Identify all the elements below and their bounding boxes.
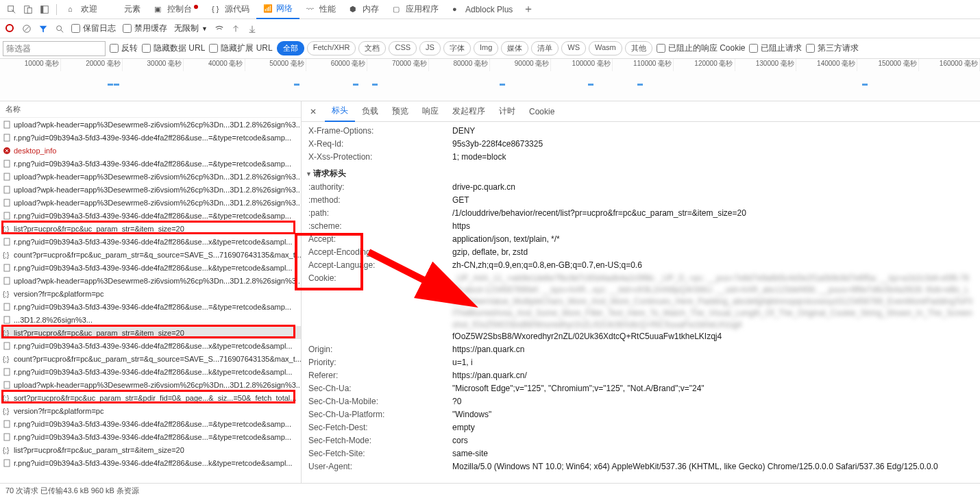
third-party-checkbox[interactable]: 第三方请求 [806, 42, 859, 54]
request-row[interactable]: upload?wpk-header=app%3Desewrme8-zi6vsio… [0, 183, 301, 196]
request-row[interactable]: r.png?uid=09b394a3-5fd3-439e-9346-dde4fa… [0, 430, 301, 443]
filter-CSS[interactable]: CSS [389, 41, 417, 55]
request-row[interactable]: r.png?uid=09b394a3-5fd3-439e-9346-dde4fa… [0, 131, 301, 144]
svg-rect-4 [41, 5, 44, 13]
filter-WS[interactable]: WS [561, 41, 586, 55]
request-row[interactable]: upload?wpk-header=app%3Desewrme8-zi6vsio… [0, 118, 301, 131]
request-type-icon [3, 381, 11, 389]
throttle-select[interactable]: 无限制 ▼ [174, 23, 208, 34]
dock-icon[interactable] [40, 5, 49, 14]
request-row[interactable]: {;}version?fr=pc&platform=pc [0, 404, 301, 417]
filter-全部[interactable]: 全部 [277, 41, 304, 55]
request-row[interactable]: ...3D1.2.8%26sign%3... [0, 313, 301, 326]
blocked-cookie-checkbox[interactable]: 已阻止的响应 Cookie [657, 42, 746, 54]
disable-cache-checkbox[interactable]: 禁用缓存 [123, 23, 167, 34]
request-type-icon [3, 264, 11, 272]
request-row[interactable]: upload?wpk-header=app%3Desewrme8-zi6vsio… [0, 274, 301, 287]
response-header-row: X-Frame-Options:DENY [302, 125, 980, 138]
request-row[interactable]: {;}count?pr=ucpro&fr=pc&uc_param_str=&q_… [0, 248, 301, 261]
tab-home[interactable]: ⌂欢迎 [61, 0, 104, 19]
name-column-header[interactable]: 名称 [0, 101, 301, 118]
device-icon[interactable] [23, 5, 33, 14]
upload-icon[interactable] [231, 24, 241, 34]
request-row[interactable]: desktop_info [0, 144, 301, 157]
filter-清单[interactable]: 清单 [531, 41, 559, 55]
tab-sources[interactable]: { }源代码 [205, 0, 256, 19]
detail-tab-4[interactable]: 发起程序 [445, 101, 492, 122]
filter-其他[interactable]: 其他 [625, 41, 652, 55]
download-icon[interactable] [247, 24, 257, 34]
request-type-icon [3, 121, 11, 129]
app-icon: ▢ [393, 5, 402, 14]
tab-adblock[interactable]: ●Adblock Plus [445, 0, 519, 19]
request-row[interactable]: r.png?uid=09b394a3-5fd3-439e-9346-dde4fa… [0, 339, 301, 352]
detail-tab-6[interactable]: Cookie [522, 101, 561, 122]
request-header-row: Sec-Fetch-Mode:cors [302, 434, 980, 447]
detail-tab-2[interactable]: 预览 [385, 101, 415, 122]
request-row[interactable]: {;}list?pr=ucpro&fr=pc&uc_param_str=&ite… [0, 443, 301, 456]
request-row[interactable]: upload?wpk-header=app%3Desewrme8-zi6vsio… [0, 378, 301, 391]
request-row[interactable]: upload?wpk-header=app%3Desewrme8-zi6vsio… [0, 170, 301, 183]
request-row[interactable]: r.png?uid=09b394a3-5fd3-439e-9346-dde4fa… [0, 365, 301, 378]
request-row[interactable]: r.png?uid=09b394a3-5fd3-439e-9346-dde4fa… [0, 300, 301, 313]
hide-data-url-checkbox[interactable]: 隐藏数据 URL [142, 42, 205, 54]
request-header-row: Sec-Ch-Ua-Platform:"Windows" [302, 408, 980, 421]
request-row[interactable]: r.png?uid=09b394a3-5fd3-439e-9346-dde4fa… [0, 235, 301, 248]
filter-媒体[interactable]: 媒体 [501, 41, 528, 55]
detail-tab-0[interactable]: 标头 [325, 101, 355, 122]
filter-文档[interactable]: 文档 [358, 41, 386, 55]
add-tab-icon[interactable]: ＋ [524, 5, 533, 14]
request-list[interactable]: upload?wpk-header=app%3Desewrme8-zi6vsio… [0, 118, 301, 483]
request-row[interactable]: {;}version?fr=pc&platform=pc [0, 287, 301, 300]
request-row[interactable]: {;}sort?pr=ucpro&fr=pc&uc_param_str=&pdi… [0, 391, 301, 404]
wifi-icon[interactable] [215, 24, 224, 34]
request-headers-section[interactable]: 请求标头 [302, 164, 980, 181]
request-row[interactable]: r.png?uid=09b394a3-5fd3-439e-9346-dde4fa… [0, 209, 301, 222]
record-icon[interactable] [5, 24, 15, 34]
inspect-icon[interactable] [7, 5, 16, 14]
request-row[interactable]: r.png?uid=09b394a3-5fd3-439e-9346-dde4fa… [0, 456, 301, 469]
filter-Img[interactable]: Img [474, 41, 498, 55]
filter-toggle-icon[interactable] [38, 24, 48, 34]
tab-perf[interactable]: 〰性能 [299, 0, 343, 19]
preserve-log-checkbox[interactable]: 保留日志 [71, 23, 116, 34]
detail-tab-1[interactable]: 负载 [355, 101, 385, 122]
blocked-req-checkbox[interactable]: 已阻止请求 [749, 42, 802, 54]
svg-rect-7 [4, 121, 10, 128]
close-detail-icon[interactable]: ✕ [304, 107, 322, 116]
request-row[interactable]: {;}count?pr=ucpro&fr=pc&uc_param_str=&q_… [0, 352, 301, 365]
invert-checkbox[interactable]: 反转 [110, 42, 138, 54]
tab-console[interactable]: ▣控制台 [147, 0, 205, 19]
request-row[interactable]: {;}list?pr=ucpro&fr=pc&uc_param_str=&ite… [0, 326, 301, 339]
request-row[interactable]: {;}list?pr=ucpro&fr=pc&uc_param_str=&ite… [0, 222, 301, 235]
request-row[interactable]: r.png?uid=09b394a3-5fd3-439e-9346-dde4fa… [0, 261, 301, 274]
tab-app[interactable]: ▢应用程序 [386, 0, 445, 19]
response-header-row: X-Xss-Protection:1; mode=block [302, 151, 980, 164]
detail-tab-5[interactable]: 计时 [492, 101, 522, 122]
svg-rect-19 [4, 316, 10, 323]
filter-Wasm[interactable]: Wasm [589, 41, 622, 55]
tab-memory[interactable]: ⬢内存 [343, 0, 386, 19]
request-row[interactable]: r.png?uid=09b394a3-5fd3-439e-9346-dde4fa… [0, 157, 301, 170]
request-row[interactable]: r.png?uid=09b394a3-5fd3-439e-9346-dde4fa… [0, 417, 301, 430]
detail-tab-3[interactable]: 响应 [415, 101, 445, 122]
tab-network[interactable]: 📶网络 [256, 0, 299, 19]
filter-Fetch/XHR[interactable]: Fetch/XHR [307, 41, 356, 55]
timeline[interactable]: 10000 毫秒20000 毫秒30000 毫秒40000 毫秒50000 毫秒… [0, 59, 980, 101]
adblock-icon: ● [452, 5, 462, 14]
search-icon[interactable] [55, 24, 64, 34]
request-header-row: :path:/1/clouddrive/behavior/recent/list… [302, 207, 980, 220]
network-toolbar: 保留日志 禁用缓存 无限制 ▼ [0, 19, 980, 38]
request-row[interactable]: upload?wpk-header=app%3Desewrme8-zi6vsio… [0, 196, 301, 209]
filter-input[interactable] [3, 41, 106, 56]
headers-body[interactable]: X-Frame-Options:DENYX-Req-Id:95s3yb-228f… [302, 122, 980, 483]
clear-icon[interactable] [22, 24, 32, 34]
perf-icon: 〰 [306, 5, 316, 14]
tab-elements[interactable]: 元素 [104, 0, 147, 19]
filter-bar: 反转 隐藏数据 URL 隐藏扩展 URL 全部Fetch/XHR文档CSSJS字… [0, 38, 980, 59]
sources-icon: { } [212, 5, 221, 14]
hide-ext-url-checkbox[interactable]: 隐藏扩展 URL [209, 42, 272, 54]
filter-JS[interactable]: JS [419, 41, 441, 55]
svg-rect-17 [4, 277, 10, 284]
filter-字体[interactable]: 字体 [443, 41, 471, 55]
